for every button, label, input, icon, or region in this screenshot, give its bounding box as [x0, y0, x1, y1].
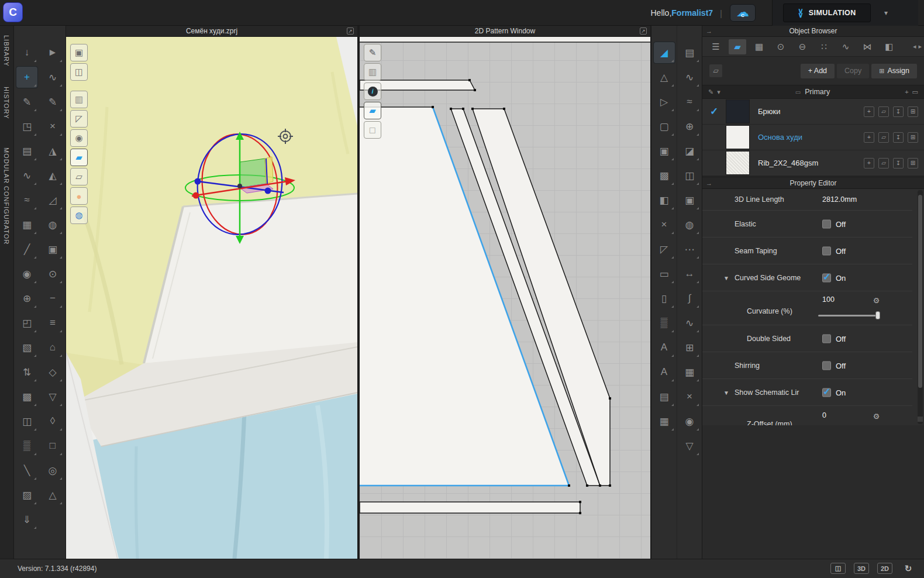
lock-garment-toggle[interactable]: ◻ — [364, 121, 381, 139]
collapse-panel-icon[interactable]: → — [706, 180, 712, 187]
comb-ruler-tool[interactable]: ▒ — [654, 312, 675, 333]
app-logo-icon[interactable]: C — [3, 2, 23, 22]
fabric-item-row[interactable]: ✓Брюки+▱↧⊞ — [702, 99, 924, 125]
shading-tool[interactable]: ▒ — [16, 435, 37, 456]
line-tool[interactable]: − — [42, 288, 63, 309]
pattern-piece-bottom-strip[interactable] — [360, 502, 580, 513]
property-checkbox[interactable] — [822, 219, 831, 228]
hatch-grid-tool[interactable]: ▦ — [654, 411, 675, 432]
move-gizmo-tool[interactable]: + — [16, 67, 37, 88]
shape-pattern-tool[interactable]: ▣ — [654, 140, 675, 161]
simulation-button[interactable]: ∨∨ SIMULATION — [783, 4, 871, 22]
popout-window-icon[interactable]: ↗ — [640, 27, 647, 35]
assign-button[interactable]: ⊞ Assign — [871, 64, 917, 78]
pattern-visibility-toggle[interactable]: ▰ — [364, 102, 381, 119]
property-checkbox[interactable] — [822, 246, 831, 255]
fabric-name[interactable]: Основа худи — [758, 133, 802, 142]
fabric-swatch[interactable] — [726, 99, 750, 123]
basting-tool[interactable]: ⋯ — [679, 239, 700, 260]
print-layout-tool[interactable]: ▣ — [42, 239, 63, 260]
offset-outline-tool[interactable]: ▭ — [654, 263, 675, 284]
iron-tool[interactable]: ◪ — [679, 140, 700, 161]
collapse-caret-icon[interactable]: ▼ — [723, 274, 729, 281]
group-add-icon[interactable]: + — [905, 88, 908, 96]
wrench-icon[interactable]: ⚙ — [872, 413, 881, 420]
item-add-icon[interactable]: + — [864, 132, 874, 143]
property-value-input[interactable]: 100 — [822, 295, 835, 304]
property-checkbox[interactable] — [822, 334, 831, 343]
pen-visibility-toggle[interactable]: ✎ — [364, 44, 381, 61]
popout-window-icon[interactable]: ↗ — [347, 27, 354, 35]
tack-tool[interactable]: ◉ — [16, 263, 37, 284]
scrollbar-button[interactable] — [918, 417, 923, 422]
sewing-machine-tool[interactable]: ▤ — [16, 140, 37, 161]
3d-viewport-canvas[interactable]: ▣◫▥◸◉▰▱●◍ — [66, 37, 357, 559]
item-fabric-icon[interactable]: ▱ — [878, 158, 889, 168]
trim-tab[interactable]: ◧ — [880, 39, 898, 54]
needle-tool[interactable]: ╲ — [16, 460, 37, 481]
item-fabric-icon[interactable]: ▱ — [878, 132, 889, 143]
shoe-tool[interactable]: ◍ — [42, 214, 63, 235]
knit-tool[interactable]: ◍ — [679, 214, 700, 235]
flatten-tool[interactable]: ◰ — [16, 312, 37, 333]
username-text[interactable]: Formalist7 — [671, 8, 713, 18]
copy-button[interactable]: Copy — [837, 64, 869, 78]
snapshot-toggle[interactable]: ◫ — [70, 63, 88, 81]
target-tool[interactable]: ◎ — [42, 460, 63, 481]
bow-tab[interactable]: ⋈ — [859, 39, 876, 54]
item-fabric-icon[interactable]: ▱ — [878, 106, 889, 117]
collapse-caret-icon[interactable]: ▼ — [723, 389, 729, 395]
gem-tool[interactable]: ◇ — [42, 362, 63, 383]
property-checkbox[interactable] — [822, 361, 831, 370]
show-seams-toggle[interactable]: ▱ — [70, 168, 88, 185]
drape-tool[interactable]: ◮ — [42, 140, 63, 161]
tabs-scroll-right-icon[interactable]: ▸ — [918, 43, 922, 50]
group-folder-icon[interactable]: ▭ — [912, 88, 918, 96]
fold-arrangement-tool[interactable]: ⇅ — [16, 362, 37, 383]
item-add-icon[interactable]: + — [864, 158, 874, 168]
attach-button-tool[interactable]: ⊕ — [16, 288, 37, 309]
segment-sewing-2d-tool[interactable]: ∿ — [679, 67, 700, 88]
collapse-panel-icon[interactable]: → — [706, 27, 712, 35]
fabric-swatch[interactable] — [726, 151, 750, 175]
folder-button[interactable]: ▱ — [709, 64, 722, 77]
hatch-tool[interactable]: ▨ — [16, 484, 37, 505]
polygon-pattern-tool[interactable]: ▢ — [654, 116, 675, 137]
add-button[interactable]: + Add — [801, 64, 835, 78]
pin-garment-toggle[interactable]: ◸ — [70, 110, 88, 128]
text-tool[interactable]: A — [654, 337, 675, 358]
pen-3d-tool[interactable]: ✎ — [42, 91, 63, 112]
clo-set-cloud-button[interactable]: ☁ C — [730, 4, 756, 22]
item-clone-icon[interactable]: ⊞ — [908, 132, 918, 143]
pattern-annotation-tool[interactable]: A — [654, 362, 675, 383]
trace-tool[interactable]: ◸ — [654, 239, 675, 260]
elastic-pin-tool[interactable]: ∫ — [679, 288, 700, 309]
scrollbar-thumb[interactable] — [918, 195, 922, 388]
pin-tool[interactable]: ╱ — [16, 239, 37, 260]
segment-sewing-tool[interactable]: ∿ — [16, 165, 37, 186]
edit-group-icon[interactable]: ✎ — [708, 88, 713, 96]
item-save-icon[interactable]: ↧ — [893, 132, 904, 143]
pleat-grid-tool[interactable]: ▤ — [654, 386, 675, 407]
cut-sew-tool[interactable]: × — [679, 386, 700, 407]
show-garment-toggle[interactable]: ▥ — [70, 91, 88, 108]
scene-list-tab[interactable]: ☰ — [707, 39, 725, 54]
stitch-length-tool[interactable]: ↔ — [679, 263, 700, 284]
select-brush-tool[interactable]: ✎ — [16, 91, 37, 112]
drop-tool[interactable]: ⇓ — [16, 509, 37, 530]
diamond-tool[interactable]: ◊ — [42, 411, 63, 432]
item-clone-icon[interactable]: ⊞ — [908, 158, 918, 168]
clone-pattern-tool[interactable]: ⊞ — [679, 337, 700, 358]
fabric-group-row[interactable]: ✎ ▾ ▭ Primary + ▭ — [702, 85, 924, 99]
human-pin-tool[interactable]: ◉ — [679, 411, 700, 432]
list-tool[interactable]: ≡ — [42, 312, 63, 333]
download-pose-tool[interactable]: ↓ — [16, 42, 37, 63]
property-value-input[interactable]: 0 — [822, 411, 826, 419]
elastic-band-tool[interactable]: ∿ — [679, 312, 700, 333]
2d-pattern-canvas[interactable]: ✎▥i▰◻ — [360, 37, 650, 559]
triangle-up-tool[interactable]: △ — [42, 484, 63, 505]
fabric-tab[interactable]: ▰ — [729, 39, 746, 54]
tabs-scroll-left-icon[interactable]: ◂ — [913, 43, 916, 50]
item-add-icon[interactable]: + — [864, 106, 874, 117]
button-3d-tool[interactable]: ⊙ — [42, 263, 63, 284]
